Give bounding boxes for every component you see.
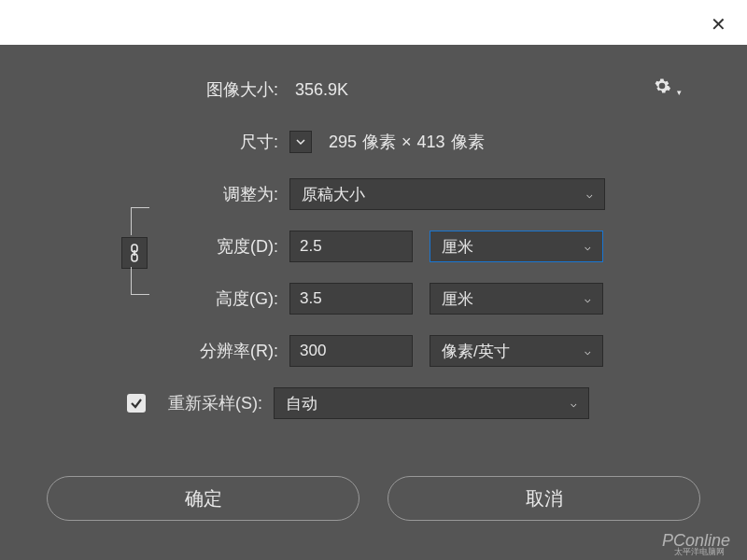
width-label: 宽度(D): xyxy=(56,235,289,258)
fit-to-label: 调整为: xyxy=(56,183,289,205)
resolution-unit-value: 像素/英寸 xyxy=(442,341,510,362)
fit-to-select[interactable]: 原稿大小 ⌵ xyxy=(289,178,605,210)
height-unit-select[interactable]: 厘米 ⌵ xyxy=(430,283,603,315)
title-bar: ✕ xyxy=(0,0,747,45)
image-size-dialog: ▾ 图像大小: 356.9K 尺寸: 295 像素 × 413 像素 调整为: … xyxy=(0,45,747,420)
resolution-label: 分辨率(R): xyxy=(56,340,289,362)
gear-icon[interactable]: ▾ xyxy=(653,77,682,99)
chevron-down-icon: ⌵ xyxy=(571,398,577,410)
width-input[interactable] xyxy=(289,231,413,262)
constrain-bracket xyxy=(121,200,155,302)
resample-checkbox[interactable] xyxy=(127,394,146,413)
image-size-value: 356.9K xyxy=(295,80,348,100)
link-icon[interactable] xyxy=(121,237,148,269)
chevron-down-icon: ⌵ xyxy=(586,189,593,201)
dim-separator: × xyxy=(402,133,412,152)
image-size-label: 图像大小: xyxy=(56,78,289,101)
fit-to-value: 原稿大小 xyxy=(302,184,365,205)
chevron-down-icon: ⌵ xyxy=(585,293,591,305)
resolution-input[interactable] xyxy=(289,335,413,367)
resample-value: 自动 xyxy=(286,393,317,414)
watermark-sub: 太平洋电脑网 xyxy=(674,546,725,558)
dim-unit1: 像素 xyxy=(362,131,396,153)
resample-select[interactable]: 自动 ⌵ xyxy=(274,387,589,419)
width-unit-select[interactable]: 厘米 ⌵ xyxy=(430,231,603,262)
resolution-unit-select[interactable]: 像素/英寸 ⌵ xyxy=(430,335,603,367)
height-label: 高度(G): xyxy=(56,287,289,310)
cancel-button[interactable]: 取消 xyxy=(388,476,700,521)
chevron-down-icon: ⌵ xyxy=(585,345,591,357)
dim-width: 295 xyxy=(329,133,357,152)
dim-height: 413 xyxy=(417,133,445,152)
height-unit-value: 厘米 xyxy=(442,288,473,310)
dimensions-unit-toggle[interactable] xyxy=(289,131,312,153)
width-unit-value: 厘米 xyxy=(442,236,473,258)
dim-unit2: 像素 xyxy=(451,131,485,153)
close-icon[interactable]: ✕ xyxy=(711,13,726,35)
dimensions-label: 尺寸: xyxy=(56,131,289,153)
chevron-down-icon: ⌵ xyxy=(585,241,591,253)
height-input[interactable] xyxy=(289,283,413,315)
resample-label: 重新采样(S): xyxy=(168,392,262,414)
ok-button[interactable]: 确定 xyxy=(47,476,359,521)
